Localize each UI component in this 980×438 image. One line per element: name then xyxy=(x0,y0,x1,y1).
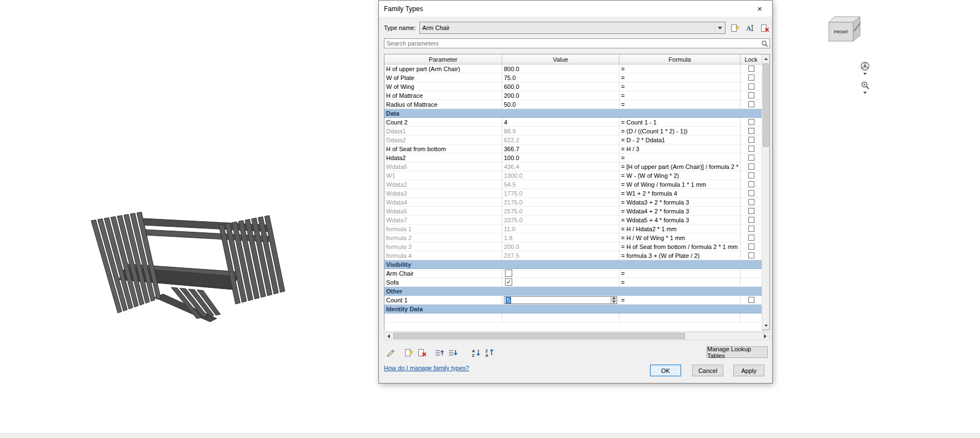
delete-type-button[interactable] xyxy=(758,22,771,34)
lock-checkbox[interactable] xyxy=(748,243,754,250)
scroll-down-button[interactable] xyxy=(762,321,769,330)
param-value-cell[interactable]: 50.0 xyxy=(502,100,619,109)
param-value-cell[interactable]: 800.0 xyxy=(502,64,619,73)
zoom-tool-button[interactable] xyxy=(861,81,870,94)
close-button[interactable]: × xyxy=(747,1,772,17)
edit-parameter-button[interactable] xyxy=(384,346,397,359)
value-spinner[interactable] xyxy=(611,297,617,303)
ok-button[interactable]: OK xyxy=(650,365,681,376)
param-formula-cell[interactable]: = H / W of Wing * 1 mm xyxy=(619,233,741,242)
help-link[interactable]: How do I manage family types? xyxy=(384,365,469,371)
param-formula-cell[interactable]: = xyxy=(619,82,741,91)
param-value-cell[interactable]: 75.0 xyxy=(502,73,619,82)
delete-parameter-button[interactable] xyxy=(415,346,428,359)
lock-checkbox[interactable] xyxy=(748,235,754,241)
lock-checkbox[interactable] xyxy=(748,252,754,258)
param-value-cell[interactable]: 11.0 xyxy=(502,225,619,233)
manage-lookup-tables-button[interactable]: Manage Lookup Tables xyxy=(707,346,768,358)
lock-checkbox[interactable] xyxy=(748,66,754,72)
param-value-cell[interactable]: 3375.0 xyxy=(502,216,619,225)
lock-checkbox[interactable] xyxy=(748,137,754,143)
vertical-scrollbar[interactable] xyxy=(762,54,769,330)
param-formula-cell[interactable]: = xyxy=(619,100,741,109)
lock-checkbox[interactable] xyxy=(748,155,754,161)
horizontal-scrollbar-thumb[interactable] xyxy=(393,333,685,339)
param-value-cell[interactable]: 600.0 xyxy=(502,82,619,91)
param-formula-cell[interactable]: = Wdata5 + 4 * formula 3 xyxy=(619,216,741,225)
apply-button[interactable]: Apply xyxy=(733,365,764,376)
lock-checkbox[interactable] xyxy=(748,208,754,214)
param-value-cell[interactable] xyxy=(502,269,619,278)
lock-checkbox[interactable] xyxy=(748,217,754,223)
param-value-cell[interactable]: 1.8 xyxy=(502,233,619,242)
param-formula-cell[interactable]: = xyxy=(619,153,741,162)
param-formula-cell[interactable]: = xyxy=(619,64,741,73)
param-value-cell[interactable]: 2575.0 xyxy=(502,207,619,216)
lock-checkbox[interactable] xyxy=(748,101,754,107)
param-formula-cell[interactable]: = W of Wing / formula 1 * 1 mm xyxy=(619,180,741,189)
param-value-cell[interactable]: ✓ xyxy=(502,278,619,287)
param-formula-cell[interactable]: = Wdata3 + 2 * formula 3 xyxy=(619,198,741,207)
lock-checkbox[interactable] xyxy=(748,119,754,125)
move-down-button[interactable] xyxy=(446,346,459,359)
scroll-up-button[interactable] xyxy=(762,54,769,63)
dialog-titlebar[interactable]: Family Types × xyxy=(379,1,772,17)
param-formula-cell[interactable]: = formula 3 + (W of Plate / 2) xyxy=(619,251,741,260)
lock-checkbox[interactable] xyxy=(748,83,754,89)
rename-type-button[interactable]: A xyxy=(743,22,756,34)
visibility-checkbox[interactable]: ✓ xyxy=(505,278,512,286)
param-value-cell[interactable]: 5 xyxy=(502,296,619,305)
viewcube-svg[interactable]: FRONT RIGHT xyxy=(826,13,870,44)
scroll-right-button[interactable] xyxy=(761,332,769,340)
scroll-left-button[interactable] xyxy=(384,332,393,340)
param-formula-cell[interactable]: = (D / ((Count 1 * 2) - 1)) xyxy=(619,127,741,136)
param-formula-cell[interactable]: = xyxy=(619,73,741,82)
new-parameter-button[interactable] xyxy=(402,346,415,359)
lock-checkbox[interactable] xyxy=(748,146,754,152)
param-value-cell[interactable]: 1300.0 xyxy=(502,171,619,180)
move-up-button[interactable] xyxy=(433,346,446,359)
vertical-scrollbar-thumb[interactable] xyxy=(763,63,769,147)
param-value-cell[interactable]: 1775.0 xyxy=(502,189,619,198)
spin-down-button[interactable] xyxy=(611,300,617,303)
param-formula-cell[interactable]: = H / Hdata2 * 1 mm xyxy=(619,225,741,233)
lock-checkbox[interactable] xyxy=(748,128,754,134)
sort-ascending-button[interactable]: A Z xyxy=(469,346,483,359)
param-formula-cell[interactable]: = xyxy=(619,296,741,305)
lock-checkbox[interactable] xyxy=(748,74,754,81)
param-value-cell[interactable]: 366.7 xyxy=(502,145,619,153)
cancel-button[interactable]: Cancel xyxy=(692,365,723,376)
lock-checkbox[interactable] xyxy=(748,199,754,205)
param-formula-cell[interactable]: = xyxy=(619,269,741,278)
param-value-cell[interactable]: 237.5 xyxy=(502,251,619,260)
param-value-cell[interactable]: 54.5 xyxy=(502,180,619,189)
param-formula-cell[interactable]: = xyxy=(619,278,741,287)
lock-checkbox[interactable] xyxy=(748,226,754,232)
chevron-down-icon[interactable] xyxy=(863,73,867,75)
param-value-cell[interactable]: 436.4 xyxy=(502,162,619,171)
type-name-combobox[interactable]: Arm Chair xyxy=(419,22,726,34)
lock-checkbox[interactable] xyxy=(748,181,754,187)
value-editbox[interactable]: 5 xyxy=(504,296,617,304)
param-value-cell[interactable]: 4 xyxy=(502,118,619,127)
new-type-button[interactable] xyxy=(728,22,741,34)
param-formula-cell[interactable]: = xyxy=(619,91,741,100)
lock-checkbox[interactable] xyxy=(748,190,754,196)
param-formula-cell[interactable]: = W1 + 2 * formula 4 xyxy=(619,189,741,198)
horizontal-scrollbar[interactable] xyxy=(384,332,770,340)
param-formula-cell[interactable]: = Count 1 - 1 xyxy=(619,118,741,127)
chevron-down-icon[interactable] xyxy=(863,92,867,94)
param-formula-cell[interactable]: = Wdata4 + 2 * formula 3 xyxy=(619,207,741,216)
param-formula-cell[interactable]: = W - (W of Wing * 2) xyxy=(619,171,741,180)
visibility-checkbox[interactable] xyxy=(505,270,512,277)
navigation-wheel-button[interactable] xyxy=(860,61,870,75)
lock-checkbox[interactable] xyxy=(748,92,754,98)
param-formula-cell[interactable]: = [H of upper part (Arm Chair)] / formul… xyxy=(619,162,741,171)
param-formula-cell[interactable]: = H of Seat from bottom / formula 2 * 1 … xyxy=(619,242,741,251)
search-input[interactable] xyxy=(384,39,759,47)
combobox-dropdown-button[interactable] xyxy=(714,22,725,33)
param-value-cell[interactable]: 88.9 xyxy=(502,127,619,136)
viewcube[interactable]: FRONT RIGHT xyxy=(826,13,870,47)
sort-descending-button[interactable]: Z A xyxy=(483,346,496,359)
param-value-cell[interactable]: 622.2 xyxy=(502,136,619,145)
